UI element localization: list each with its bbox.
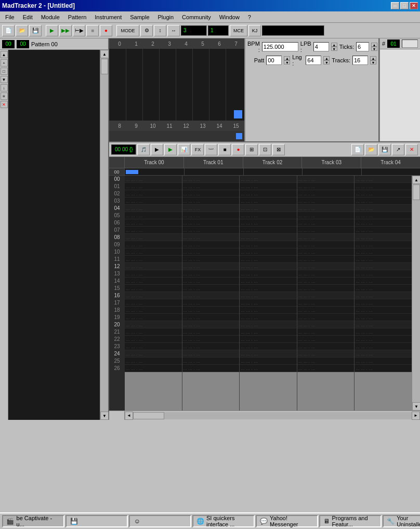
cell-2-20[interactable]: ... ... . ... (240, 321, 297, 328)
bpm-input[interactable] (262, 42, 298, 51)
cell-1-09[interactable]: ... ... . ... (182, 241, 240, 248)
cell-4-06[interactable]: ... ... . ... (355, 219, 412, 227)
cell-3-14[interactable]: ... ... . ... (297, 277, 355, 285)
cell-0-26[interactable]: ... ... . ... (125, 365, 182, 372)
ticks-up[interactable]: ▲ (371, 43, 377, 47)
cell-1-26[interactable]: ... ... . ... (182, 365, 240, 372)
cell-2-23[interactable]: ... ... . ... (240, 343, 297, 350)
cell-0-25[interactable]: ... ... . ... (125, 358, 182, 365)
scroll-thumb[interactable] (101, 59, 108, 74)
cell-0-05[interactable]: ... ... . ... (125, 212, 182, 219)
kj-button[interactable]: KJ (248, 25, 261, 36)
cell-4-11[interactable]: ... ... . ... (355, 256, 412, 263)
metronome-btn[interactable]: 🎵 (137, 144, 150, 155)
cell-4-10[interactable]: ... ... . ... (355, 248, 412, 256)
cell-2-11[interactable]: ... ... . ... (240, 256, 297, 263)
scroll-up-btn[interactable]: ▲ (100, 50, 109, 58)
cell-4-14[interactable]: ... ... . ... (355, 277, 412, 285)
cell-1-06[interactable]: ... ... . ... (182, 219, 240, 227)
cell-0-17[interactable]: ... ... . ... (125, 299, 182, 307)
menu-window[interactable]: Window (215, 13, 244, 21)
cell-3-09[interactable]: ... ... . ... (297, 241, 355, 248)
sidebar-btn-1[interactable]: ▲ (1, 51, 8, 58)
menu-plugin[interactable]: Plugin (154, 13, 178, 21)
cell-1-15[interactable]: ... ... . ... (182, 285, 240, 292)
cell-0-16[interactable]: ... ... . ... (125, 292, 182, 299)
instrument-name-field[interactable] (402, 39, 418, 48)
cell-0-02[interactable]: ... ... . ... (125, 190, 182, 197)
cell-1-11[interactable]: ... ... . ... (182, 256, 240, 263)
cell-0-07[interactable]: ... ... . ... (125, 227, 182, 234)
cell-4-03[interactable]: ... ... . ... (355, 197, 412, 205)
cell-4-16[interactable]: ... ... . ... (355, 292, 412, 299)
taskbar-item-save[interactable]: 💾 (65, 515, 128, 527)
pattern-vscroll[interactable]: ▲ ▼ (100, 50, 108, 420)
cell-2-03[interactable]: ... ... . ... (240, 197, 297, 205)
cell-1-22[interactable]: ... ... . ... (182, 336, 240, 343)
cell-1-02[interactable]: ... ... . ... (182, 190, 240, 197)
pe-btn3[interactable]: ⊡ (259, 144, 271, 155)
cell-0-23[interactable]: ... ... . ... (125, 343, 182, 350)
sidebar-btn-3[interactable]: □ (1, 68, 8, 75)
cell-3-20[interactable]: ... ... . ... (297, 321, 355, 328)
cell-4-22[interactable]: ... ... . ... (355, 336, 412, 343)
cell-4-17[interactable]: ... ... . ... (355, 299, 412, 307)
cell-4-12[interactable]: ... ... . ... (355, 263, 412, 270)
cell-0-19[interactable]: ... ... . ... (125, 314, 182, 321)
taskbar-item-programs[interactable]: 🖥 Programs and Featur... (319, 515, 382, 527)
cell-3-05[interactable]: ... ... . ... (297, 212, 355, 219)
sidebar-btn-2[interactable]: + (1, 59, 8, 67)
cell-1-10[interactable]: ... ... . ... (182, 248, 240, 256)
cell-2-12[interactable]: ... ... . ... (240, 263, 297, 270)
cell-3-12[interactable]: ... ... . ... (297, 263, 355, 270)
cell-0-14[interactable]: ... ... . ... (125, 277, 182, 285)
taskbar-item-captivate[interactable]: 🎬 be Captivate - u... (2, 515, 64, 527)
record-button[interactable]: ● (100, 25, 112, 36)
cell-3-01[interactable]: ... ... . ... (297, 183, 355, 190)
pe-fx-btn[interactable]: FX (191, 144, 204, 155)
tracks-up[interactable]: ▲ (370, 56, 376, 60)
cell-3-10[interactable]: ... ... . ... (297, 248, 355, 256)
cell-4-01[interactable]: ... ... . ... (355, 183, 412, 190)
pattern-list[interactable] (8, 50, 100, 420)
cell-0-24[interactable]: ... ... . ... (125, 350, 182, 358)
taskbar-item-yahoo[interactable]: 💬 Yahoo! Messenger (256, 515, 318, 527)
taskbar-item-si[interactable]: 🌐 SI quickers interface ... (192, 515, 255, 527)
cell-3-08[interactable]: ... ... . ... (297, 234, 355, 241)
pe-save-btn[interactable]: 💾 (378, 144, 391, 155)
cell-0-09[interactable]: ... ... . ... (125, 241, 182, 248)
pattern-editor-vscroll[interactable]: ▲ ▼ (412, 176, 420, 411)
cell-1-21[interactable]: ... ... . ... (182, 328, 240, 336)
cell-4-07[interactable]: ... ... . ... (355, 227, 412, 234)
cell-4-00[interactable]: ... ... . ... (355, 176, 412, 183)
cell-0-10[interactable]: ... ... . ... (125, 248, 182, 256)
cell-4-08[interactable]: ... ... . ... (355, 234, 412, 241)
ticks-input[interactable] (356, 42, 369, 51)
close-button[interactable]: ✕ (410, 2, 418, 9)
cell-1-03[interactable]: ... ... . ... (182, 197, 240, 205)
h-scroll-track[interactable] (133, 412, 412, 419)
h-scroll-right[interactable]: ► (412, 412, 420, 420)
cell-4-25[interactable]: ... ... . ... (355, 358, 412, 365)
sidebar-btn-7[interactable]: ✕ (1, 101, 8, 108)
menu-instrument[interactable]: Instrument (90, 13, 126, 21)
menu-sample[interactable]: Sample (126, 13, 153, 21)
cell-3-23[interactable]: ... ... . ... (297, 343, 355, 350)
cell-3-24[interactable]: ... ... . ... (297, 350, 355, 358)
cell-2-25[interactable]: ... ... . ... (240, 358, 297, 365)
play-button[interactable]: ▶ (46, 25, 58, 36)
cell-0-21[interactable]: ... ... . ... (125, 328, 182, 336)
menu-community[interactable]: Community (178, 13, 215, 21)
h-scroll-left[interactable]: ◄ (125, 412, 133, 420)
cell-4-23[interactable]: ... ... . ... (355, 343, 412, 350)
cell-4-21[interactable]: ... ... . ... (355, 328, 412, 336)
cell-1-17[interactable]: ... ... . ... (182, 299, 240, 307)
cell-2-13[interactable]: ... ... . ... (240, 270, 297, 277)
scroll-track[interactable] (100, 58, 108, 412)
pe-stop-btn[interactable]: ■ (218, 144, 231, 155)
cell-2-07[interactable]: ... ... . ... (240, 227, 297, 234)
cell-2-18[interactable]: ... ... . ... (240, 307, 297, 314)
pe-wave-btn[interactable]: 〰 (205, 144, 217, 155)
cell-0-00[interactable]: ... ... . ... (125, 176, 182, 183)
cell-2-08[interactable]: ... ... . ... (240, 234, 297, 241)
